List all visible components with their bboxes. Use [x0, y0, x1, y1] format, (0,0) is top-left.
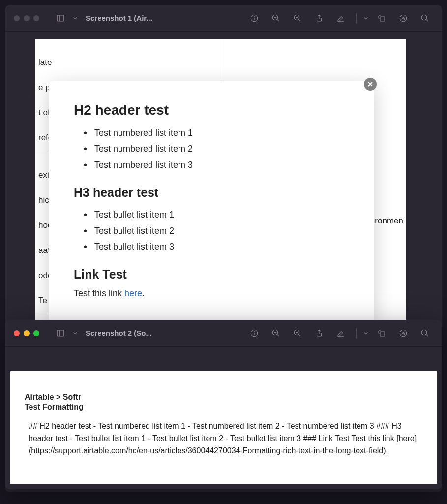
- zoom-in-icon: [293, 329, 302, 338]
- bg-text: Te: [38, 296, 47, 305]
- preview-window-2: Screenshot 2 (So...: [5, 320, 442, 489]
- zoom-in-button[interactable]: [289, 10, 306, 27]
- search-icon: [420, 14, 429, 23]
- close-icon: [367, 81, 373, 87]
- toolbar-group-2: [246, 325, 433, 342]
- sidebar-toggle[interactable]: [52, 10, 69, 27]
- sidebar-icon: [56, 14, 65, 23]
- bullet-list: Test bullet list item 1 Test bullet list…: [74, 207, 349, 254]
- markup-button[interactable]: [332, 10, 349, 27]
- zoom-in-icon: [293, 14, 302, 23]
- list-item: Test numbered list item 2: [84, 141, 349, 157]
- toolbar-group-1: [246, 10, 433, 27]
- svg-line-15: [426, 19, 428, 21]
- list-item: Test numbered list item 1: [84, 125, 349, 141]
- search-button[interactable]: [417, 325, 433, 342]
- markup-button[interactable]: [332, 325, 349, 342]
- info-button[interactable]: [246, 325, 263, 342]
- svg-line-6: [277, 19, 279, 21]
- zoom-out-button[interactable]: [268, 325, 284, 342]
- bg-text: vironmen: [369, 216, 403, 225]
- highlight-icon: [399, 329, 408, 338]
- zoom-out-button[interactable]: [268, 10, 284, 27]
- link-paragraph: Test this link here.: [74, 288, 349, 299]
- svg-point-4: [254, 16, 255, 17]
- h2-header: H2 header test: [74, 102, 349, 118]
- rotate-icon: [377, 329, 386, 338]
- breadcrumb: Airtable > Softr: [25, 393, 422, 402]
- info-icon: [250, 14, 259, 23]
- list-item: Test bullet list item 2: [84, 223, 349, 239]
- window-title-2: Screenshot 2 (So...: [86, 329, 152, 337]
- link-prefix: Test this link: [74, 288, 124, 298]
- svg-rect-12: [380, 17, 385, 21]
- svg-line-31: [426, 334, 428, 336]
- highlight-button[interactable]: [395, 325, 412, 342]
- bg-text: t of: [38, 108, 50, 117]
- bg-text: e p: [38, 83, 50, 92]
- search-icon: [420, 329, 429, 338]
- rotate-button[interactable]: [373, 10, 390, 27]
- svg-line-9: [298, 19, 300, 21]
- link-header: Link Test: [74, 267, 349, 282]
- list-item: Test bullet list item 3: [84, 239, 349, 254]
- svg-rect-28: [380, 332, 385, 336]
- minimize-button[interactable]: [24, 330, 30, 336]
- list-item: Test bullet list item 1: [84, 207, 349, 222]
- rotate-button[interactable]: [373, 325, 390, 342]
- share-button[interactable]: [311, 325, 328, 342]
- info-icon: [250, 329, 259, 338]
- svg-point-14: [421, 15, 427, 20]
- zoom-out-icon: [271, 14, 280, 23]
- share-icon: [315, 329, 324, 338]
- minimize-button[interactable]: [24, 15, 30, 21]
- toolbar-divider: [356, 328, 357, 338]
- window2-content: Airtable > Softr Test Formatting ## H2 h…: [5, 346, 442, 489]
- maximize-button[interactable]: [33, 15, 39, 21]
- share-icon: [315, 14, 324, 23]
- titlebar-2: Screenshot 2 (So...: [5, 320, 442, 346]
- zoom-in-button[interactable]: [289, 325, 306, 342]
- titlebar-1: Screenshot 1 (Air...: [5, 5, 442, 32]
- traffic-lights-1: [14, 15, 39, 21]
- svg-point-20: [254, 331, 255, 332]
- rotate-icon: [377, 14, 386, 23]
- bg-text: late: [38, 58, 52, 67]
- traffic-lights-2: [14, 330, 39, 336]
- share-button[interactable]: [311, 10, 328, 27]
- chevron-down-icon[interactable]: [73, 16, 78, 21]
- doc-subtitle: Test Formatting: [25, 403, 422, 411]
- chevron-down-icon[interactable]: [363, 16, 368, 21]
- link-suffix: .: [142, 288, 145, 298]
- svg-rect-16: [57, 330, 64, 336]
- maximize-button[interactable]: [33, 330, 39, 336]
- modal-content: H2 header test Test numbered list item 1…: [49, 81, 374, 323]
- svg-rect-0: [57, 15, 64, 21]
- close-button[interactable]: [14, 15, 20, 21]
- modal-close-button[interactable]: [364, 78, 377, 91]
- svg-line-22: [277, 334, 279, 336]
- h3-header: H3 header test: [74, 186, 349, 200]
- close-button[interactable]: [14, 330, 20, 336]
- highlight-icon: [399, 14, 408, 23]
- svg-line-25: [298, 334, 300, 336]
- chevron-down-icon[interactable]: [363, 331, 368, 336]
- sidebar-toggle[interactable]: [52, 325, 69, 342]
- rich-text-modal: H2 header test Test numbered list item 1…: [49, 81, 374, 323]
- search-button[interactable]: [417, 10, 433, 27]
- zoom-out-icon: [271, 329, 280, 338]
- list-item: Test numbered list item 3: [84, 157, 349, 173]
- svg-point-30: [421, 330, 427, 335]
- toolbar-divider: [356, 13, 357, 23]
- markup-icon: [336, 329, 345, 338]
- chevron-down-icon[interactable]: [73, 331, 78, 336]
- sidebar-icon: [56, 329, 65, 338]
- raw-markdown-body: ## H2 header test - Test numbered list i…: [25, 420, 422, 457]
- highlight-button[interactable]: [395, 10, 412, 27]
- markup-icon: [336, 14, 345, 23]
- raw-markdown-document: Airtable > Softr Test Formatting ## H2 h…: [10, 371, 437, 484]
- test-link[interactable]: here: [124, 288, 142, 298]
- window-title-1: Screenshot 1 (Air...: [86, 14, 152, 22]
- numbered-list: Test numbered list item 1 Test numbered …: [74, 125, 349, 173]
- info-button[interactable]: [246, 10, 263, 27]
